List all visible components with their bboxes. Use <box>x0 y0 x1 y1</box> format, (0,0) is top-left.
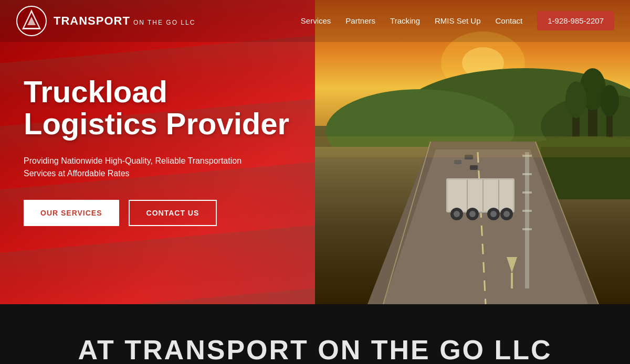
svg-rect-32 <box>470 165 478 170</box>
hero-title: Truckload Logistics Provider <box>24 76 289 140</box>
svg-point-15 <box>600 85 619 116</box>
svg-rect-24 <box>525 152 529 288</box>
nav-item-services[interactable]: Services <box>301 16 331 25</box>
nav-item-rmis[interactable]: RMIS Set Up <box>435 16 481 25</box>
bottom-title: AT TRANSPORT ON THE GO LLC <box>78 334 552 364</box>
svg-rect-31 <box>454 160 461 164</box>
svg-rect-37 <box>448 180 513 211</box>
nav-item-contact[interactable]: Contact <box>496 16 523 25</box>
svg-rect-26 <box>522 173 532 175</box>
hero-content: Truckload Logistics Provider Providing N… <box>24 76 289 226</box>
navbar: TRANSPORT ON THE GO LLC Services Partner… <box>0 0 630 42</box>
hero-subtitle: Providing Nationwide High-Quality, Relia… <box>24 155 270 180</box>
svg-point-13 <box>565 81 586 118</box>
svg-point-46 <box>490 211 497 217</box>
nav-links: Services Partners Tracking RMIS Set Up C… <box>301 16 614 26</box>
road-scene <box>315 0 630 304</box>
svg-point-48 <box>503 211 510 217</box>
svg-point-44 <box>469 211 476 217</box>
svg-rect-51 <box>315 136 630 157</box>
logo-text: TRANSPORT ON THE GO LLC <box>54 14 195 28</box>
svg-rect-29 <box>522 228 532 230</box>
nav-item-partners[interactable]: Partners <box>345 16 375 25</box>
hero-section: Truckload Logistics Provider Providing N… <box>0 0 630 304</box>
svg-rect-27 <box>522 191 532 194</box>
contact-us-button[interactable]: CONTACT US <box>129 200 217 226</box>
bottom-section: AT TRANSPORT ON THE GO LLC <box>0 304 630 364</box>
nav-item-tracking[interactable]: Tracking <box>390 16 420 25</box>
phone-button[interactable]: 1-928-985-2207 <box>537 11 614 30</box>
svg-rect-28 <box>522 210 532 212</box>
hero-buttons: OUR SERVICES CONTACT US <box>24 200 289 226</box>
svg-rect-50 <box>511 273 513 288</box>
hero-right-bg <box>315 0 630 304</box>
our-services-button[interactable]: OUR SERVICES <box>24 200 119 226</box>
logo-icon <box>16 5 47 37</box>
logo[interactable]: TRANSPORT ON THE GO LLC <box>16 5 195 37</box>
svg-point-42 <box>454 211 460 217</box>
